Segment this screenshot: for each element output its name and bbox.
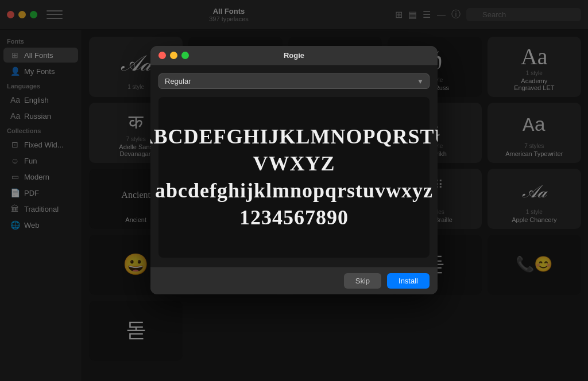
modal-overlay: Rogie Regular ▼ ABCDEFGHIJKLMNOPQRSTU VW…	[0, 0, 588, 381]
install-button[interactable]: Install	[387, 273, 430, 289]
modal-body: Regular ▼ ABCDEFGHIJKLMNOPQRSTU VWXYZ ab…	[150, 65, 438, 267]
modal-close-button[interactable]	[158, 52, 166, 59]
modal-traffic-lights	[158, 52, 189, 59]
modal-minimize-button[interactable]	[170, 52, 177, 59]
modal-title-bar: Rogie	[150, 46, 438, 65]
modal-title: Rogie	[284, 51, 304, 60]
specimen-text: ABCDEFGHIJKLMNOPQRSTU VWXYZ abcdefghijkl…	[150, 123, 438, 231]
font-specimen: ABCDEFGHIJKLMNOPQRSTU VWXYZ abcdefghijkl…	[158, 97, 430, 258]
style-selector[interactable]: Regular	[158, 73, 430, 89]
rogie-modal: Rogie Regular ▼ ABCDEFGHIJKLMNOPQRSTU VW…	[150, 46, 438, 294]
skip-button[interactable]: Skip	[344, 273, 381, 289]
style-selector-wrapper: Regular ▼	[158, 73, 430, 89]
modal-footer: Skip Install	[150, 267, 438, 294]
modal-maximize-button[interactable]	[181, 52, 189, 59]
